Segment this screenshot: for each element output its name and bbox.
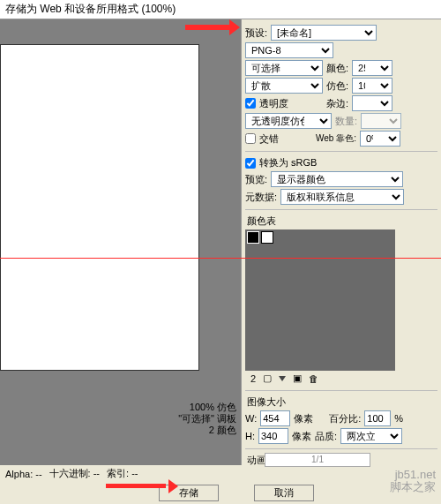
annotation-arrow-save xyxy=(106,479,176,493)
index-readout: 索引: -- xyxy=(107,467,138,480)
info-zoom: 100% 仿色 xyxy=(178,402,236,413)
srgb-checkbox[interactable] xyxy=(245,158,256,169)
swatch-count: 2 xyxy=(250,373,256,384)
dither-method-select[interactable]: 扩散 xyxy=(245,78,323,94)
colors-select[interactable]: 256 xyxy=(352,60,392,76)
websnap-label: Web 靠色: xyxy=(316,132,356,145)
quality-label: 品质: xyxy=(315,430,337,443)
alpha-readout: Alpha: -- xyxy=(5,467,42,480)
metadata-label: 元数据: xyxy=(245,191,277,204)
matte-label: 杂边: xyxy=(326,97,348,110)
width-input[interactable] xyxy=(260,410,290,426)
trans-dither-select[interactable]: 无透明度仿色 xyxy=(245,113,332,129)
swatch-white[interactable] xyxy=(261,231,273,244)
swatch-lock-icon[interactable]: ▣ xyxy=(293,372,302,384)
format-select[interactable]: PNG-8 xyxy=(245,42,333,58)
swatch-trash-icon[interactable]: 🗑 xyxy=(309,373,318,384)
preview-info: 100% 仿色 "可选择" 调板 2 颜色 xyxy=(178,402,236,436)
frame-indicator: 1/1 xyxy=(265,453,370,467)
metadata-select[interactable]: 版权和联系信息 xyxy=(280,189,404,205)
height-input[interactable] xyxy=(258,428,288,444)
annotation-divider-line xyxy=(0,258,441,259)
reduction-select[interactable]: 可选择 xyxy=(245,60,323,76)
swatch-black[interactable] xyxy=(247,231,259,244)
srgb-label: 转换为 sRGB xyxy=(259,156,317,169)
annotation-arrow-preset xyxy=(185,19,238,37)
watermark-brand: 脚本之家 xyxy=(390,479,436,495)
matte-select[interactable] xyxy=(352,95,392,111)
colors-label: 颜色: xyxy=(326,62,348,75)
trans-amount-select xyxy=(361,113,401,129)
percent-label: 百分比: xyxy=(329,412,361,425)
preview-select[interactable]: 显示器颜色 xyxy=(271,171,403,187)
window-title: 存储为 Web 和设备所用格式 (100%) xyxy=(0,0,441,19)
preset-label: 预设: xyxy=(245,26,267,40)
hex-readout: 十六进制: -- xyxy=(49,467,100,480)
width-label: W: xyxy=(245,413,257,424)
colortable-title: 颜色表 xyxy=(247,214,437,228)
transparency-checkbox[interactable] xyxy=(245,98,256,109)
color-table-swatch[interactable] xyxy=(245,229,395,371)
percent-input[interactable] xyxy=(364,410,391,426)
width-unit: 像素 xyxy=(294,412,313,425)
interlace-checkbox[interactable] xyxy=(245,133,256,144)
websnap-select[interactable]: 0% xyxy=(360,131,400,147)
cancel-button[interactable]: 取消 xyxy=(254,485,314,501)
info-colors: 2 颜色 xyxy=(178,425,236,436)
quality-select[interactable]: 两次立方 xyxy=(340,428,402,444)
preview-canvas[interactable] xyxy=(0,44,199,371)
info-palette: "可选择" 调板 xyxy=(178,413,236,425)
preset-select[interactable]: [未命名] xyxy=(271,25,377,41)
imagesize-title: 图像大小 xyxy=(247,395,437,409)
swatch-new-icon[interactable]: ▢ xyxy=(263,372,272,384)
interlace-label: 交错 xyxy=(259,132,312,146)
trans-amount-label: 数量: xyxy=(335,115,357,128)
percent-unit: % xyxy=(394,413,403,424)
swatch-menu-icon[interactable] xyxy=(279,376,286,381)
height-unit: 像素 xyxy=(292,430,311,443)
preview-label: 预览: xyxy=(245,173,267,186)
bottom-bar: Alpha: -- 十六进制: -- 索引: -- 存储 取消 xyxy=(0,465,441,504)
colortable-controls: 2 ▢ ▣ 🗑 xyxy=(245,371,437,386)
transparency-label: 透明度 xyxy=(259,97,323,110)
dither-label: 仿色: xyxy=(326,79,348,93)
height-label: H: xyxy=(245,431,255,441)
dither-amount-select[interactable]: 100% xyxy=(352,78,392,94)
settings-panel: 预设: [未命名] PNG-8 可选择 颜色: 256 扩散 仿色: 100% … xyxy=(241,19,441,487)
